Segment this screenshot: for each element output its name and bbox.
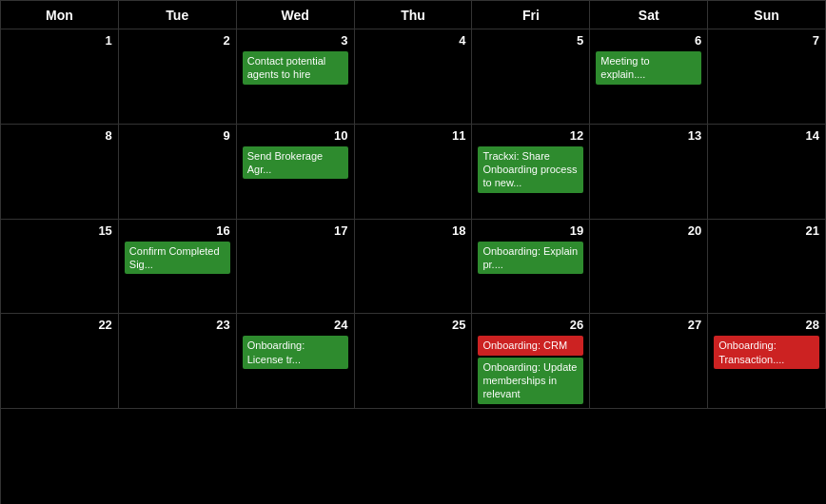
day-2[interactable]: 2 xyxy=(119,29,237,125)
event-confirm-sig[interactable]: Confirm Completed Sig... xyxy=(125,242,230,275)
day-14[interactable]: 14 xyxy=(708,125,826,220)
day-4[interactable]: 4 xyxy=(355,29,473,125)
event-onboarding-memberships[interactable]: Onboarding: Update memberships in releva… xyxy=(478,358,583,404)
day-15[interactable]: 15 xyxy=(1,220,119,315)
event-meeting-explain[interactable]: Meeting to explain.... xyxy=(596,51,701,85)
event-onboarding-explain[interactable]: Onboarding: Explain pr.... xyxy=(478,242,583,275)
header-fri: Fri xyxy=(472,1,590,29)
day-21[interactable]: 21 xyxy=(708,220,826,315)
day-5[interactable]: 5 xyxy=(472,29,590,125)
day-9[interactable]: 9 xyxy=(119,125,237,220)
day-3[interactable]: 3 Contact potential agents to hire xyxy=(237,29,355,125)
day-25[interactable]: 25 xyxy=(355,314,473,409)
day-1[interactable]: 1 xyxy=(1,29,119,125)
day-27[interactable]: 27 xyxy=(590,314,708,409)
day-22[interactable]: 22 xyxy=(1,314,119,409)
day-12[interactable]: 12 Trackxi: Share Onboarding process to … xyxy=(472,125,590,220)
day-16[interactable]: 16 Confirm Completed Sig... xyxy=(119,220,237,315)
day-10[interactable]: 10 Send Brokerage Agr... xyxy=(237,125,355,220)
day-6[interactable]: 6 Meeting to explain.... xyxy=(590,29,708,125)
event-contact-agents[interactable]: Contact potential agents to hire xyxy=(243,51,348,85)
day-7[interactable]: 7 xyxy=(708,29,826,125)
day-20[interactable]: 20 xyxy=(590,220,708,315)
header-thu: Thu xyxy=(355,1,473,29)
calendar: Mon Tue Wed Thu Fri Sat Sun 1 2 3 Contac… xyxy=(0,0,826,504)
event-onboarding-transaction[interactable]: Onboarding: Transaction.... xyxy=(714,336,819,369)
day-19[interactable]: 19 Onboarding: Explain pr.... xyxy=(472,220,590,315)
day-11[interactable]: 11 xyxy=(355,125,473,220)
day-23[interactable]: 23 xyxy=(119,314,237,409)
day-13[interactable]: 13 xyxy=(590,125,708,220)
day-26[interactable]: 26 Onboarding: CRM Onboarding: Update me… xyxy=(472,314,590,409)
header-mon: Mon xyxy=(1,1,119,29)
event-trackxi-onboarding[interactable]: Trackxi: Share Onboarding process to new… xyxy=(478,146,583,193)
day-24[interactable]: 24 Onboarding: License tr... xyxy=(237,314,355,409)
day-28[interactable]: 28 Onboarding: Transaction.... xyxy=(708,314,826,409)
day-18[interactable]: 18 xyxy=(355,220,473,315)
header-tue: Tue xyxy=(119,1,237,29)
day-17[interactable]: 17 xyxy=(237,220,355,315)
event-onboarding-license[interactable]: Onboarding: License tr... xyxy=(243,336,348,369)
header-wed: Wed xyxy=(237,1,355,29)
event-onboarding-crm[interactable]: Onboarding: CRM xyxy=(478,336,583,355)
header-sat: Sat xyxy=(590,1,708,29)
day-8[interactable]: 8 xyxy=(1,125,119,220)
header-sun: Sun xyxy=(708,1,826,29)
event-brokerage[interactable]: Send Brokerage Agr... xyxy=(243,146,348,180)
